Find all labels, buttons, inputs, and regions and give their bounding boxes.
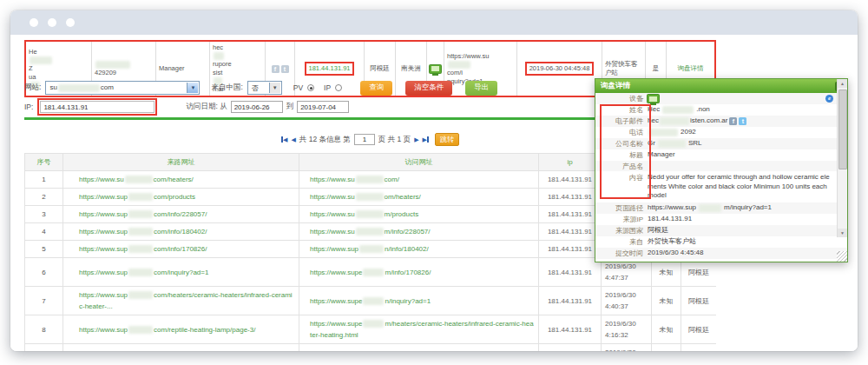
pagination-total-text: 共 12 条信息 第 — [299, 135, 351, 145]
from-china-label: 来自中国: — [211, 83, 242, 93]
contact-name: Hec.non — [648, 105, 847, 115]
visit-url: https://www.sum/reptile-heating-lamp/pag… — [299, 344, 539, 351]
referrer-url: https://www.supcom/products — [63, 189, 299, 205]
pv-radio[interactable] — [307, 84, 314, 91]
app-window: He Zua 429209 Manager hecruporesisth.ar … — [10, 10, 858, 351]
contact-email: hecisten.com.ar f t — [648, 116, 847, 126]
date-to-input[interactable] — [297, 101, 349, 113]
ip-input[interactable] — [40, 101, 155, 113]
company-name: Gr SRL — [648, 139, 847, 149]
inquiry-source: 外贸快车客户站 — [648, 237, 847, 247]
row-number: 6 — [25, 258, 63, 286]
visit-url: https://www.supem/heaters/ceramic-heater… — [299, 315, 539, 343]
panel-row-company: 公司名称 Gr SRL — [595, 138, 847, 149]
row-number: 4 — [25, 223, 63, 240]
row-ip: 181.44.131.91 — [539, 241, 602, 257]
inquiry-subject: Manager — [648, 150, 847, 160]
table-row: 7 https://www.supcom/heaters/ceramic-hea… — [25, 287, 716, 315]
facebook-icon[interactable]: f — [729, 117, 737, 125]
submit-time: 2019/6/30 4:45:48 — [648, 249, 847, 258]
browser-icon: e — [825, 95, 833, 103]
date-from-input[interactable] — [231, 101, 283, 113]
ip-radio[interactable] — [335, 84, 342, 91]
contact-phone: 2092 — [648, 128, 847, 137]
page-path: https://www.supm/inquiry?ad=1 — [648, 203, 847, 213]
referrer-url: https://www.sucom/heaters/ — [63, 171, 299, 188]
referrer-url: https://www.supcom/info/170826/ — [63, 241, 299, 257]
resize-grip[interactable] — [837, 251, 847, 262]
row-country: 阿根廷 — [681, 315, 716, 343]
table-row: 9 https://www.sucom/reptile-heating-lamp… — [25, 344, 716, 351]
scrollbar-thumb[interactable] — [838, 90, 847, 169]
row-number: 1 — [25, 171, 63, 188]
panel-row-device: 设备 e — [595, 93, 847, 104]
last-page-icon[interactable]: ▶ — [423, 136, 429, 143]
row-ip: 181.44.131.91 — [539, 287, 602, 315]
row-country: 阿根廷 — [681, 344, 716, 351]
from-china-select[interactable]: 否 ▼ — [247, 81, 282, 95]
panel-title: 询盘详情 — [601, 81, 630, 91]
scroll-down-icon[interactable]: ▼ — [838, 229, 847, 237]
referrer-url: https://www.supcom/info/228057/ — [63, 206, 299, 222]
row-number: 8 — [25, 315, 63, 343]
referrer-url: https://www.supcom/info/180402/ — [63, 223, 299, 240]
pv-label: PV — [293, 83, 303, 92]
row-keyword: 未知 — [652, 344, 681, 351]
panel-header[interactable]: 询盘详情 × — [595, 79, 847, 93]
export-button[interactable]: 导出 — [465, 81, 497, 96]
table-row: 8 https://www.supcom/reptile-heating-lam… — [25, 315, 716, 344]
row-ip: 181.44.131.91 — [539, 206, 602, 222]
row-ip: 181.44.131.91 — [539, 171, 602, 188]
row-time: 2019/6/30 4:16:32 — [602, 315, 652, 343]
panel-row-product: 产品名 — [595, 161, 847, 171]
visit-url: https://www.supem/info/170826/ — [299, 258, 539, 286]
site-select[interactable]: sucom ▼ — [45, 81, 200, 95]
referrer-url: https://www.supcom/reptile-heating-lamp/… — [63, 315, 299, 343]
filter-bar-row1: 网站: sucom ▼ 来自中国: 否 ▼ PV IP 查询 清空条件 导出 — [24, 80, 497, 96]
row-number: 5 — [25, 241, 63, 257]
visit-url: https://www.sum/info/228057/ — [299, 223, 539, 240]
header-ip: ip — [539, 154, 602, 170]
window-close-icon[interactable] — [30, 18, 38, 27]
date-range-label: 访问日期: 从 — [186, 102, 227, 112]
prev-page-icon[interactable]: ◀ — [291, 136, 295, 143]
first-page-icon[interactable]: ◀ — [281, 136, 287, 143]
clear-conditions-button[interactable]: 清空条件 — [405, 81, 452, 96]
chevron-down-icon[interactable]: ▼ — [187, 83, 198, 93]
window-minimize-icon[interactable] — [48, 18, 56, 27]
date-range-group: 访问日期: 从 到 — [186, 101, 349, 113]
twitter-icon[interactable]: t — [281, 65, 289, 73]
lead-datetime-cell: 2019-06-30 04:45:48 — [517, 42, 602, 96]
facebook-icon[interactable]: f — [272, 65, 279, 73]
panel-scrollbar[interactable]: ▲ ▼ — [837, 79, 847, 237]
row-keyword: 未知 — [652, 315, 681, 343]
header-visit: 访问网址 — [299, 154, 539, 170]
next-page-icon[interactable]: ▶ — [414, 136, 418, 143]
section-divider — [24, 117, 596, 120]
ip-filter-label: IP: — [24, 103, 33, 111]
twitter-icon[interactable]: t — [739, 117, 746, 125]
chevron-down-icon[interactable]: ▼ — [269, 83, 280, 93]
referrer-url: https://www.supcom/inquiry?ad=1 — [63, 258, 299, 286]
query-button[interactable]: 查询 — [360, 81, 392, 96]
visit-url: https://www.supen/inquiry?ad=1 — [299, 287, 539, 315]
inquiry-content: Nedd your offer for ceramic through and … — [648, 173, 847, 201]
visit-url: https://www.sucom/ — [299, 171, 539, 188]
row-number: 9 — [25, 344, 63, 351]
row-ip: 181.44.131.91 — [539, 344, 602, 351]
row-number: 7 — [25, 287, 63, 315]
scroll-up-icon[interactable]: ▲ — [838, 79, 847, 88]
site-label: 网站: — [24, 83, 41, 93]
panel-row-submit-time: 提交时间 2019/6/30 4:45:48 — [595, 248, 847, 259]
panel-row-content: 内容 Nedd your offer for ceramic through a… — [595, 171, 847, 202]
window-maximize-icon[interactable] — [66, 18, 75, 27]
referrer-url: https://www.sucom/reptile-heating-lamp/p… — [63, 344, 299, 351]
page-number-input[interactable] — [354, 134, 375, 145]
visit-url: https://www.sum/products — [299, 206, 539, 222]
source-ip: 181.44.131.91 — [648, 215, 847, 224]
row-ip: 181.44.131.91 — [539, 189, 602, 205]
row-country: 阿根廷 — [681, 287, 716, 315]
header-referrer: 来路网址 — [63, 154, 299, 170]
lead-ip-highlight: 181.44.131.91 — [305, 62, 355, 76]
goto-page-button[interactable]: 跳转 — [435, 133, 459, 146]
